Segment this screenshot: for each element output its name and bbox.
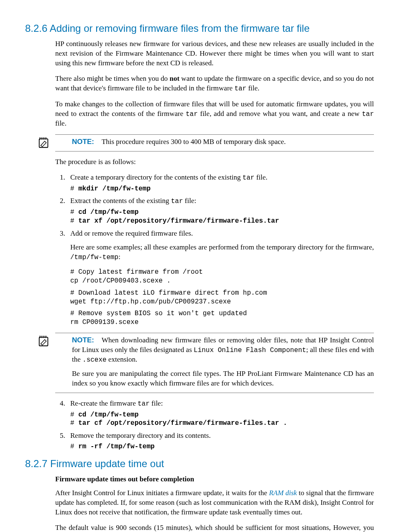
section-title: Adding or removing firmware files from t… <box>50 23 310 34</box>
ram-disk-link[interactable]: RAM disk <box>269 489 297 497</box>
note-text: Be sure you are manipulating the correct… <box>72 369 374 388</box>
code-block: # cd /tmp/fw-temp # tar xf /opt/reposito… <box>70 208 374 226</box>
section-heading: 8.2.6 Adding or removing firmware files … <box>25 22 374 35</box>
code-block: # Copy latest firmware from /root cp /ro… <box>70 268 374 285</box>
section-body: HP continuously releases new firmware fo… <box>55 39 374 129</box>
list-item: Remove the temporary directory and its c… <box>67 431 374 451</box>
list-item: Extract the contents of the existing tar… <box>67 196 374 225</box>
code-block: # rm -rf /tmp/fw-temp <box>70 442 374 451</box>
svg-rect-0 <box>39 139 48 148</box>
paragraph: The default value is 900 seconds (15 min… <box>55 523 374 532</box>
paragraph: HP continuously releases new firmware fo… <box>55 39 374 68</box>
paragraph: There also might be times when you do no… <box>55 74 374 94</box>
note-label: NOTE: <box>72 336 94 344</box>
note-box: NOTE:This procedure requires 300 to 400 … <box>55 134 374 152</box>
list-item: Create a temporary directory for the con… <box>67 173 374 193</box>
ordered-list: Create a temporary directory for the con… <box>55 173 374 327</box>
list-item: Add or remove the required firmware file… <box>67 229 374 327</box>
paragraph: To make changes to the collection of fir… <box>55 100 374 129</box>
code-block: # Download latest iLO firmware direct fr… <box>70 289 374 306</box>
section-heading: 8.2.7 Firmware update time out <box>25 457 374 470</box>
page: 8.2.6 Adding or removing firmware files … <box>0 0 399 532</box>
code-block: # cd /tmp/fw-temp # tar cf /opt/reposito… <box>70 411 374 428</box>
ordered-list: Re-create the firmware tar file: # cd /t… <box>55 399 374 451</box>
note-text: This procedure requires 300 to 400 MB of… <box>102 138 286 146</box>
paragraph: The procedure is as follows: <box>55 157 374 167</box>
svg-rect-1 <box>39 337 48 346</box>
sub-heading: Firmware update times out before complet… <box>55 475 374 484</box>
code-block: # Remove system BIOS so it won't get upd… <box>70 309 374 327</box>
section-body: The procedure is as follows: Create a te… <box>55 157 374 327</box>
note-box: NOTE:When downloading new firmware files… <box>55 333 374 393</box>
paragraph: After Insight Control for Linux initiate… <box>55 488 374 517</box>
code-block: # mkdir /tmp/fw-temp <box>70 185 374 193</box>
note-content: NOTE:When downloading new firmware files… <box>55 336 374 388</box>
list-item: Re-create the firmware tar file: # cd /t… <box>67 399 374 428</box>
section-body: Firmware update times out before complet… <box>55 475 374 532</box>
note-content: NOTE:This procedure requires 300 to 400 … <box>55 137 374 147</box>
section-number: 8.2.6 <box>25 23 47 34</box>
section-number: 8.2.7 <box>25 458 47 469</box>
note-icon <box>38 136 50 149</box>
paragraph: Here are some examples; all these exampl… <box>70 243 374 262</box>
section-title: Firmware update time out <box>50 458 164 469</box>
note-label: NOTE: <box>72 138 94 146</box>
section-body: Re-create the firmware tar file: # cd /t… <box>55 399 374 451</box>
note-icon <box>38 335 50 347</box>
